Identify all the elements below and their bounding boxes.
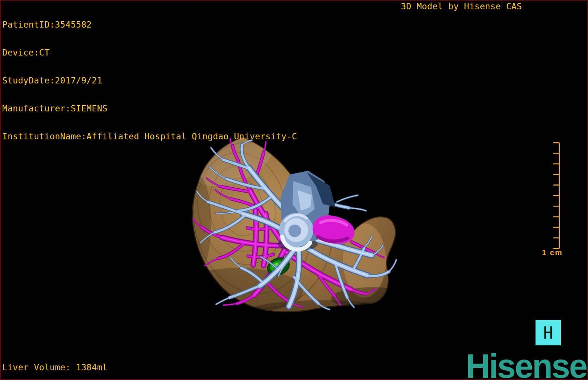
patient-id-line: PatientID:3545582 xyxy=(2,20,297,29)
manufacturer-line: Manufacturer:SIEMENS xyxy=(2,104,297,113)
watermark-text: 3D Model by Hisense CAS xyxy=(401,2,522,11)
study-date-line: StudyDate:2017/9/21 xyxy=(2,76,297,85)
viewer-window: PatientID:3545582 Device:CT StudyDate:20… xyxy=(0,0,588,380)
institution-line: InstitutionName:Affiliated Hospital Qing… xyxy=(2,132,297,141)
patient-info-block: PatientID:3545582 Device:CT StudyDate:20… xyxy=(2,1,297,160)
orientation-h-button[interactable]: H xyxy=(536,320,561,345)
liver-volume-text: Liver Volume: 1384ml xyxy=(2,363,108,372)
device-line: Device:CT xyxy=(2,48,297,57)
scale-bar-ruler xyxy=(552,142,562,251)
scale-bar-label: 1 cm xyxy=(540,248,564,257)
hisense-logo: Hisense xyxy=(466,349,587,380)
